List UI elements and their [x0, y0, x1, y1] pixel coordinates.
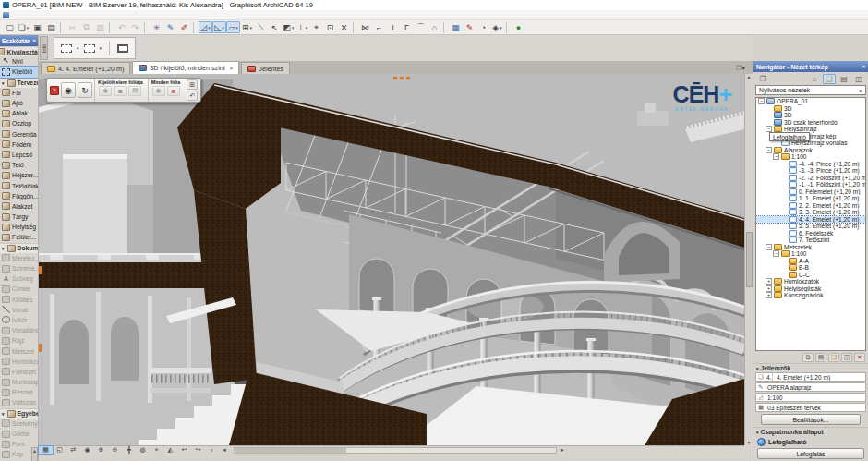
zoom-in-icon[interactable]: ⊕: [94, 446, 108, 454]
zoom-box-icon[interactable]: ◱: [53, 446, 66, 454]
tree-item[interactable]: − Metszetek: [756, 244, 865, 251]
grid-snap-icon[interactable]: ⊞: [240, 21, 254, 33]
find-select-icon[interactable]: ✳: [150, 21, 163, 33]
tree-expander[interactable]: +: [766, 292, 772, 298]
scroll-thumb[interactable]: [235, 448, 346, 453]
marquee-single-icon[interactable]: [61, 44, 72, 53]
toolbox-item[interactable]: Munkalap: [0, 377, 38, 387]
toolbox-item[interactable]: Oszlop: [0, 118, 38, 128]
cancel-icon[interactable]: ✕: [337, 21, 351, 33]
toolbox-item[interactable]: Ív/kör: [0, 315, 38, 325]
selected-layer-lock-icon[interactable]: ◙: [114, 86, 127, 96]
magic-wand-icon[interactable]: ⌖: [309, 21, 323, 33]
toolbar-button[interactable]: [353, 22, 356, 33]
new-icon[interactable]: ▢: [3, 21, 17, 33]
marquee-heavy-icon[interactable]: [117, 44, 128, 53]
inject-parameters-icon[interactable]: ✐: [177, 21, 191, 33]
toolbox-scrollbar[interactable]: ▲▼: [31, 447, 38, 461]
toolbox-item[interactable]: Ablak: [0, 108, 38, 118]
tree-item[interactable]: + Helyiséglisták: [756, 285, 865, 293]
tree-item[interactable]: 5. 5. Emelet (+1,20 m): [756, 223, 865, 230]
navigator-header[interactable]: Navigátor - Nézet térkép ×: [753, 61, 868, 72]
toolbox-item[interactable]: Tárgy: [0, 212, 38, 222]
selected-layer-solo-icon[interactable]: ▤: [128, 86, 141, 96]
cut-icon[interactable]: ✂: [66, 21, 79, 33]
toolbox-item[interactable]: Méretez...: [0, 253, 38, 263]
toolbar-button[interactable]: [193, 22, 197, 33]
view-tab[interactable]: 4. 4. Emelet (+1,20 m): [41, 62, 130, 74]
toolbox-item[interactable]: Változás: [0, 397, 38, 407]
toolbox-item[interactable]: Vonal: [0, 305, 38, 315]
toolbox-item[interactable]: Födém: [0, 140, 38, 150]
toolbox-item[interactable]: Tető: [0, 160, 38, 170]
teamwork-panel-icon[interactable]: ▦: [449, 21, 463, 33]
toolbox-item[interactable]: Kitöltés: [0, 295, 38, 305]
selected-layer-show-icon[interactable]: ◉: [99, 86, 112, 96]
toolbox-item[interactable]: Szöveg: [0, 273, 38, 284]
fit-view-icon[interactable]: ⇄: [66, 446, 80, 454]
fillet-icon[interactable]: ⌒: [414, 21, 428, 33]
toolbox-item[interactable]: Rajz: [0, 335, 38, 346]
toolbox-item[interactable]: Kiválasztás: [0, 46, 38, 56]
tree-item[interactable]: + Konszignációk: [756, 292, 865, 299]
toolbox-item[interactable]: Szintmé...: [0, 263, 38, 273]
tree-item[interactable]: − Alaprajzok: [756, 147, 865, 154]
layout-book-icon[interactable]: ▤: [838, 74, 850, 84]
layer-settings-icon[interactable]: ⊞: [187, 79, 198, 90]
3d-model-view[interactable]: [39, 74, 744, 445]
toolbox-header[interactable]: Eszköztár ×: [0, 35, 38, 46]
settings-button[interactable]: Beállítások...: [761, 414, 861, 425]
tree-item[interactable]: -4. -4. Pince (+1,20 m): [756, 161, 865, 168]
toolbox-item[interactable]: Ajtó: [0, 98, 38, 108]
tree-item[interactable]: 3D: [756, 112, 865, 119]
toolbox-item[interactable]: Héjszer...: [0, 170, 38, 180]
project-chooser-icon[interactable]: ❐: [756, 74, 769, 84]
tree-item[interactable]: -3. -3. Pince (+1,20 m): [756, 167, 865, 175]
navigator-close-icon[interactable]: ×: [862, 64, 865, 69]
resize-icon[interactable]: ⌂: [428, 21, 441, 33]
horizontal-scrollbar[interactable]: [234, 447, 557, 454]
toolbox-item[interactable]: Dokumentum: [0, 243, 38, 253]
tab-list-icon[interactable]: ❐▾: [736, 65, 745, 72]
frame-icon[interactable]: ⊡: [323, 21, 337, 33]
tree-item[interactable]: 1. 1. Emelet (+1,20 m): [756, 195, 865, 202]
rotate-view-icon[interactable]: ↻: [78, 82, 92, 98]
infobox-tab[interactable]: Infó: [40, 36, 48, 60]
tree-item[interactable]: 2. 2. Emelet (+1,20 m): [756, 202, 865, 210]
toolbar-button[interactable]: [443, 22, 447, 33]
save-icon[interactable]: ▣: [30, 21, 44, 33]
view-map-icon[interactable]: ❏: [823, 74, 836, 84]
tab-close-icon[interactable]: ×: [230, 66, 234, 71]
tree-item[interactable]: 4. 4. Emelet (+1,20 m): [756, 216, 865, 224]
toolbar-button[interactable]: [60, 22, 64, 33]
reserve-button[interactable]: Lefoglalás: [757, 448, 864, 459]
gravity-icon[interactable]: ⊥: [295, 21, 309, 33]
toolbox-item[interactable]: Görbe: [0, 429, 38, 439]
previous-zoom-icon[interactable]: ↩: [177, 446, 191, 454]
vertical-scrollbar[interactable]: ▲ ▼: [744, 74, 753, 445]
print-icon[interactable]: ▤: [44, 21, 58, 33]
intersect-icon[interactable]: Γ: [400, 21, 414, 33]
scale-row[interactable]: ◿ 1:100: [755, 393, 866, 402]
toolbox-item[interactable]: Részlet: [0, 387, 38, 397]
toolbox-item[interactable]: Vonallánc: [0, 325, 38, 335]
toolbox-item[interactable]: Helyiség: [0, 222, 38, 232]
layer-combination-row[interactable]: ▦ 03 Építészeti tervek: [755, 403, 866, 412]
redo-icon[interactable]: ↷: [128, 21, 142, 33]
undo-icon[interactable]: ↶: [115, 21, 128, 33]
tree-item[interactable]: -1. -1. Földszint (+1,20 m): [756, 181, 865, 188]
guide-lines-icon[interactable]: ◿: [199, 21, 212, 33]
teamwork-header[interactable]: Csapatmunka állapot: [753, 427, 868, 436]
tree-item[interactable]: B-B: [756, 264, 865, 272]
tree-item[interactable]: 3. 3. Emelet (+1,20 m): [756, 209, 865, 216]
3d-viewport[interactable]: × ◉↻ Kijelölt elem fóliája ◉◙▤ Minden fó…: [39, 74, 744, 445]
snap-points-icon[interactable]: ▱: [226, 21, 240, 33]
show-hide-elements-icon[interactable]: ◉: [61, 82, 76, 98]
cursor-icon[interactable]: ↖: [268, 21, 282, 33]
tree-expander[interactable]: +: [766, 285, 772, 292]
toolbox-item[interactable]: Metszet: [0, 346, 38, 356]
scroll-right-icon[interactable]: ►: [557, 447, 568, 453]
tree-expander[interactable]: −: [766, 244, 772, 250]
addon-icon[interactable]: ◈: [490, 21, 504, 33]
split-icon[interactable]: ⌐: [372, 21, 386, 33]
